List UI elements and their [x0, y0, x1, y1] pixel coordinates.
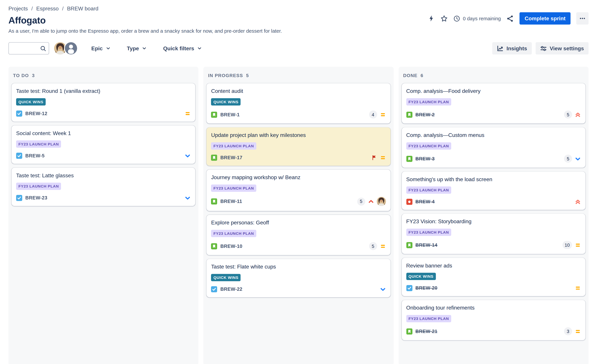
- issue-card-brew-17[interactable]: Update project plan with key milestones …: [206, 127, 390, 166]
- breadcrumb-projects[interactable]: Projects: [8, 5, 28, 12]
- issue-title: Update project plan with key milestones: [211, 132, 386, 138]
- breadcrumb: Projects / Espresso / BREW board: [8, 5, 589, 12]
- issue-key: BREW-20: [415, 285, 437, 291]
- board-column-to-do: TO DO 3 Taste test: Round 1 (vanilla ext…: [8, 67, 198, 364]
- story-icon: [211, 111, 217, 118]
- user-avatar[interactable]: [54, 42, 66, 55]
- task-icon: [211, 286, 217, 293]
- issue-card-brew-21[interactable]: Onboarding tour refinements FY23 LAUNCH …: [401, 300, 585, 340]
- story-icon: [406, 156, 412, 162]
- chevron-down-icon: [105, 46, 111, 51]
- chevron-down-icon: [142, 46, 147, 51]
- priority-low-icon: [575, 156, 581, 162]
- issue-card-brew-1[interactable]: Content audit QUICK WINS BREW-1 4: [206, 83, 390, 124]
- issue-card-brew-11[interactable]: Journey mapping workshop w/ Beanz FY23 L…: [206, 170, 390, 211]
- issue-card-brew-20[interactable]: Review banner ads QUICK WINS BREW-20: [401, 258, 585, 296]
- lightning-icon[interactable]: [428, 15, 435, 22]
- issue-key: BREW-3: [415, 156, 435, 161]
- issue-title: Onboarding tour refinements: [406, 304, 581, 311]
- epic-badge: FY23 LAUNCH PLAN: [211, 230, 256, 237]
- board: TO DO 3 Taste test: Round 1 (vanilla ext…: [0, 67, 597, 364]
- priority-low-icon: [185, 195, 191, 201]
- insights-chart-icon: [497, 45, 503, 52]
- issue-card-brew-4[interactable]: Something's up with the load screen FY23…: [401, 171, 585, 210]
- epic-badge: FY23 LAUNCH PLAN: [406, 229, 451, 236]
- flag-icon: [372, 155, 377, 160]
- share-icon[interactable]: [507, 15, 514, 22]
- priority-low-icon: [185, 153, 191, 159]
- story-points-badge: 5: [369, 242, 377, 250]
- issue-title: Taste test: Round 1 (vanilla extract): [16, 87, 191, 94]
- priority-medium-icon: [380, 243, 386, 249]
- issue-card-brew-14[interactable]: FY23 Vision: Storyboarding FY23 LAUNCH P…: [401, 214, 585, 254]
- issue-title: FY23 Vision: Storyboarding: [406, 218, 581, 225]
- type-filter-dropdown[interactable]: Type: [125, 45, 149, 52]
- story-icon: [406, 111, 412, 118]
- issue-card-brew-12[interactable]: Taste test: Round 1 (vanilla extract) QU…: [12, 83, 196, 122]
- issue-key: BREW-10: [220, 243, 242, 249]
- issue-title: Social content: Week 1: [16, 130, 191, 137]
- priority-medium-icon: [575, 328, 581, 334]
- issue-key: BREW-22: [220, 287, 242, 292]
- column-cards: Taste test: Round 1 (vanilla extract) QU…: [12, 83, 196, 206]
- epic-badge: QUICK WINS: [211, 274, 241, 281]
- epic-badge: FY23 LAUNCH PLAN: [16, 141, 61, 148]
- story-points-badge: 10: [562, 241, 572, 249]
- priority-medium-icon: [380, 155, 386, 161]
- board-column-in-progress: IN PROGRESS 5 Content audit QUICK WINS B…: [204, 67, 393, 364]
- breadcrumb-espresso[interactable]: Espresso: [36, 5, 59, 12]
- issue-card-brew-22[interactable]: Taste test: Flate white cups QUICK WINS …: [206, 259, 390, 297]
- story-points-badge: 5: [564, 111, 572, 119]
- epic-badge: FY23 LAUNCH PLAN: [406, 98, 451, 105]
- priority-low-icon: [380, 286, 386, 293]
- search-box: [8, 42, 49, 55]
- complete-sprint-button[interactable]: Complete sprint: [520, 12, 571, 24]
- column-name: TO DO: [13, 73, 29, 78]
- column-count: 6: [421, 73, 423, 78]
- issue-key: BREW-12: [25, 111, 47, 116]
- issue-key: BREW-14: [415, 242, 437, 248]
- epic-badge: QUICK WINS: [16, 98, 46, 105]
- story-points-badge: 4: [369, 111, 377, 119]
- task-icon: [406, 285, 412, 291]
- assignee-avatars: [54, 42, 77, 55]
- view-settings-button[interactable]: View settings: [535, 42, 589, 55]
- clock-icon: [454, 15, 460, 22]
- story-icon: [211, 155, 217, 161]
- epic-filter-dropdown[interactable]: Epic: [89, 45, 113, 52]
- issue-card-brew-5[interactable]: Social content: Week 1 FY23 LAUNCH PLAN …: [12, 126, 196, 164]
- issue-title: Content audit: [211, 87, 386, 94]
- breadcrumb-brew-board[interactable]: BREW board: [67, 5, 98, 12]
- task-icon: [16, 111, 22, 117]
- insights-button[interactable]: Insights: [492, 42, 532, 55]
- task-icon: [16, 195, 22, 201]
- sprint-goal-text: As a user, I'm able to jump onto the Esp…: [8, 28, 589, 34]
- column-count: 5: [246, 73, 249, 78]
- issue-card-brew-3[interactable]: Comp. analysis—Custom menus FY23 LAUNCH …: [401, 127, 585, 168]
- days-remaining: 0 days remaining: [454, 15, 501, 22]
- column-header: DONE 6: [401, 70, 585, 83]
- column-count: 3: [32, 73, 35, 78]
- issue-card-brew-23[interactable]: Taste test: Latte glasses FY23 LAUNCH PL…: [12, 168, 196, 206]
- generic-avatar[interactable]: [65, 42, 77, 55]
- priority-medium-icon: [575, 242, 581, 248]
- search-input[interactable]: [9, 43, 49, 54]
- issue-key: BREW-5: [25, 153, 45, 158]
- star-icon[interactable]: [441, 15, 448, 22]
- issue-card-brew-10[interactable]: Explore personas: Geoff FY23 LAUNCH PLAN…: [206, 215, 390, 255]
- breadcrumb-separator: /: [31, 5, 33, 12]
- column-name: DONE: [403, 73, 417, 78]
- issue-key: BREW-4: [415, 199, 435, 205]
- more-icon[interactable]: [576, 12, 589, 24]
- issue-title: Explore personas: Geoff: [211, 219, 386, 226]
- epic-badge: FY23 LAUNCH PLAN: [211, 142, 256, 150]
- priority-medium-icon: [185, 111, 191, 117]
- user-avatar: [54, 42, 66, 55]
- quick-filters-dropdown[interactable]: Quick filters: [161, 45, 205, 52]
- story-icon: [211, 243, 217, 249]
- issue-title: Comp. analysis—Custom menus: [406, 132, 581, 138]
- column-header: TO DO 3: [12, 70, 196, 83]
- issue-card-brew-2[interactable]: Comp. analysis—Food delivery FY23 LAUNCH…: [401, 83, 585, 124]
- issue-title: Taste test: Flate white cups: [211, 263, 386, 270]
- story-points-badge: 5: [357, 198, 365, 206]
